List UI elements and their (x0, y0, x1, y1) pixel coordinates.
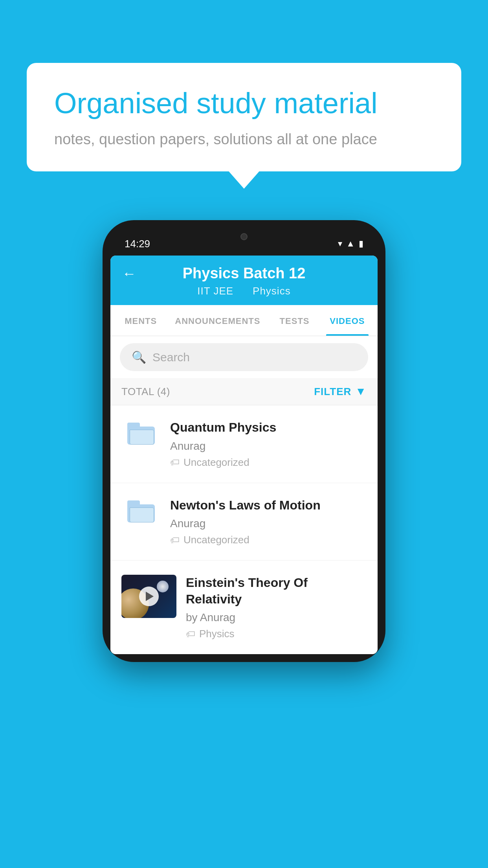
camera-dot (240, 233, 248, 240)
video-info-3: Einstein's Theory Of Relativity by Anura… (186, 575, 367, 640)
battery-icon: ▮ (359, 239, 363, 249)
video-title-1: Quantum Physics (170, 419, 367, 436)
folder-icon-1 (127, 423, 155, 445)
video-tag-3: 🏷 Physics (186, 628, 367, 640)
header-top: ← Physics Batch 12 (122, 265, 366, 282)
video-item-3[interactable]: Einstein's Theory Of Relativity by Anura… (110, 561, 378, 654)
total-count: TOTAL (4) (121, 386, 170, 398)
video-tag-1: 🏷 Uncategorized (170, 456, 367, 469)
video-item-2[interactable]: Newton's Laws of Motion Anurag 🏷 Uncateg… (110, 483, 378, 561)
tab-ments[interactable]: MENTS (114, 305, 167, 336)
tab-videos[interactable]: VIDEOS (321, 305, 374, 336)
video-item-1[interactable]: Quantum Physics Anurag 🏷 Uncategorized (110, 405, 378, 483)
phone-screen: ← Physics Batch 12 IIT JEE Physics MENTS… (110, 256, 378, 654)
phone-mockup: 14:29 ▾ ▲ ▮ ← Physics Batch 12 IIT JEE (103, 220, 385, 662)
play-triangle-icon (146, 592, 154, 601)
screen-title: Physics Batch 12 (183, 265, 306, 282)
folder-front-1 (130, 430, 154, 445)
video-info-1: Quantum Physics Anurag 🏷 Uncategorized (170, 419, 367, 469)
tag-icon-1: 🏷 (170, 457, 180, 468)
status-icons: ▾ ▲ ▮ (338, 239, 363, 249)
tag-label-2: Uncategorized (183, 534, 250, 546)
folder-icon-container-2 (121, 497, 161, 522)
filter-label: FILTER (314, 386, 351, 398)
play-button-3[interactable] (139, 587, 159, 606)
video-author-3: by Anurag (186, 611, 367, 624)
header-subtitle: IIT JEE Physics (122, 285, 366, 297)
tabs-bar: MENTS ANNOUNCEMENTS TESTS VIDEOS (110, 305, 378, 336)
search-container: 🔍 Search (110, 336, 378, 378)
tab-tests[interactable]: TESTS (268, 305, 321, 336)
video-author-1: Anurag (170, 440, 367, 452)
tag-icon-3: 🏷 (186, 629, 195, 640)
folder-icon-2 (127, 500, 155, 522)
subtitle-part1: IIT JEE (197, 285, 233, 297)
filter-bar: TOTAL (4) FILTER ▼ (110, 378, 378, 405)
headline: Organised study material (54, 86, 434, 120)
search-bar[interactable]: 🔍 Search (120, 343, 368, 371)
folder-front-2 (130, 508, 154, 522)
video-info-2: Newton's Laws of Motion Anurag 🏷 Uncateg… (170, 497, 367, 546)
subtitle-separator (240, 285, 246, 297)
video-title-2: Newton's Laws of Motion (170, 497, 367, 514)
video-thumbnail-3 (121, 575, 176, 618)
video-tag-2: 🏷 Uncategorized (170, 534, 367, 546)
video-list: Quantum Physics Anurag 🏷 Uncategorized (110, 405, 378, 654)
status-time: 14:29 (125, 238, 150, 250)
search-placeholder: Search (152, 351, 190, 364)
phone-notch (213, 228, 275, 245)
status-bar: 14:29 ▾ ▲ ▮ (110, 228, 378, 256)
tag-icon-2: 🏷 (170, 535, 180, 546)
planet-glow (157, 581, 169, 592)
subtitle: notes, question papers, solutions all at… (54, 131, 434, 148)
speech-bubble-card: Organised study material notes, question… (27, 63, 461, 171)
search-icon: 🔍 (132, 350, 146, 364)
wifi-icon: ▾ (338, 239, 342, 249)
tag-label-1: Uncategorized (183, 456, 250, 469)
video-title-3: Einstein's Theory Of Relativity (186, 575, 367, 607)
filter-button[interactable]: FILTER ▼ (314, 385, 367, 398)
back-button[interactable]: ← (122, 265, 136, 282)
folder-icon-container-1 (121, 419, 161, 445)
tag-label-3: Physics (199, 628, 235, 640)
video-author-2: Anurag (170, 517, 367, 530)
tab-announcements[interactable]: ANNOUNCEMENTS (167, 305, 268, 336)
signal-icon: ▲ (346, 239, 355, 249)
subtitle-part2: Physics (253, 285, 291, 297)
speech-bubble: Organised study material notes, question… (27, 63, 461, 171)
app-header: ← Physics Batch 12 IIT JEE Physics (110, 256, 378, 305)
filter-icon: ▼ (355, 385, 367, 398)
phone-outer: 14:29 ▾ ▲ ▮ ← Physics Batch 12 IIT JEE (103, 220, 385, 662)
